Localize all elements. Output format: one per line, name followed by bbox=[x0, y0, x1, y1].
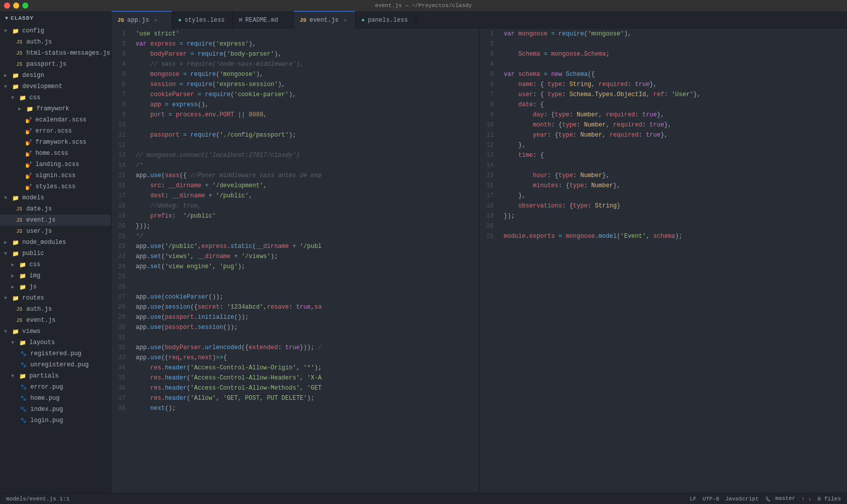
maximize-button[interactable] bbox=[22, 3, 28, 9]
scss-icon: 💅 bbox=[25, 173, 33, 179]
tabs-bar: JS app.js ✕ ● styles.less M README.md JS… bbox=[111, 11, 847, 29]
scss-icon: 💅 bbox=[25, 161, 33, 168]
code-line: 18 observations: {type: String} bbox=[479, 201, 847, 211]
code-line: 37 res.header('Allow', 'GET, POST, PUT D… bbox=[111, 393, 479, 403]
folder-routes[interactable]: ▼ 📁 routes bbox=[0, 292, 111, 304]
code-line: 21*/ bbox=[111, 231, 479, 241]
code-line: 16 minutes: {type: Number}, bbox=[479, 181, 847, 191]
folder-partials[interactable]: ▼ 📁 partials bbox=[0, 370, 111, 382]
folder-development[interactable]: ▼ 📁 development bbox=[0, 81, 111, 92]
file-event-js-active[interactable]: JS event.js bbox=[0, 215, 111, 226]
folder-public-js[interactable]: ▶ 📁 js bbox=[0, 281, 111, 292]
file-ecalendar-scss[interactable]: 💅 ecalendar.scss bbox=[0, 114, 111, 125]
tab-label: README.md bbox=[246, 17, 278, 24]
code-line: 10 bbox=[111, 120, 479, 130]
arrow-icon: ▼ bbox=[4, 28, 12, 34]
code-line: 25 bbox=[111, 272, 479, 282]
folder-framywork[interactable]: ▶ 📁 framywork bbox=[0, 103, 111, 114]
tab-label: styles.less bbox=[185, 17, 225, 24]
code-line: 7 cookieParser = require('cookie-parser'… bbox=[111, 90, 479, 100]
js-icon: JS bbox=[16, 206, 24, 212]
code-line: 34 res.header('Access-Control-Allow-Orig… bbox=[111, 363, 479, 373]
code-line: 4 // sass = require('node-sass-middlewar… bbox=[111, 59, 479, 69]
tab-close-button[interactable]: ✕ bbox=[342, 17, 349, 24]
close-button[interactable] bbox=[4, 3, 10, 9]
code-line: 19}); bbox=[479, 211, 847, 221]
file-home-pug[interactable]: 🐾 home.pug bbox=[0, 393, 111, 404]
folder-css[interactable]: ▼ 📁 css bbox=[0, 92, 111, 103]
tab-label: event.js bbox=[309, 17, 339, 24]
tab-event-js[interactable]: JS event.js ✕ bbox=[294, 11, 355, 29]
arrow-icon: ▼ bbox=[4, 84, 12, 90]
arrow-icon: ▶ bbox=[4, 239, 12, 245]
arrow-icon: ▶ bbox=[11, 273, 19, 279]
file-date-js[interactable]: JS date.js bbox=[0, 203, 111, 215]
file-styles-scss[interactable]: 💅 styles.scss bbox=[0, 181, 111, 192]
file-passport-js[interactable]: JS passport.js bbox=[0, 59, 111, 70]
tab-panels-less[interactable]: ● panels.less bbox=[355, 11, 416, 29]
folder-layouts[interactable]: ▼ 📁 layouts bbox=[0, 337, 111, 348]
code-line: 21module.exports = mongoose.model('Event… bbox=[479, 231, 847, 241]
pug-icon: 🐾 bbox=[20, 362, 28, 368]
statusbar-files: 0 files bbox=[818, 496, 841, 502]
file-auth-js[interactable]: JS auth.js bbox=[0, 36, 111, 48]
code-line: 26 bbox=[111, 282, 479, 292]
file-unregistered-pug[interactable]: 🐾 unregistered.pug bbox=[0, 359, 111, 370]
statusbar: models/event.js 1:1 LF UTF-8 JavaScript … bbox=[0, 493, 847, 504]
scss-icon: 💅 bbox=[25, 139, 33, 146]
code-line: 30app.use(passport.session()); bbox=[111, 322, 479, 332]
pug-icon: 🐾 bbox=[20, 417, 28, 424]
folder-public-img[interactable]: ▶ 📁 img bbox=[0, 270, 111, 281]
scss-icon: 💅 bbox=[25, 117, 33, 123]
file-routes-auth-js[interactable]: JS auth.js bbox=[0, 304, 111, 315]
folder-config[interactable]: ▼ 📁 config bbox=[0, 25, 111, 36]
arrow-icon: ▶ bbox=[11, 262, 19, 268]
code-line: 15app.use(sass({ //Poner middleware sass… bbox=[111, 171, 479, 181]
statusbar-charset: UTF-8 bbox=[703, 496, 719, 502]
folder-models[interactable]: ▼ 📁 models bbox=[0, 192, 111, 203]
file-framywork-scss[interactable]: 💅 framywork.scss bbox=[0, 137, 111, 148]
file-signin-scss[interactable]: 💅 signin.scss bbox=[0, 170, 111, 181]
js-icon: JS bbox=[16, 51, 24, 56]
js-icon: JS bbox=[16, 39, 24, 45]
code-line: 1'use strict' bbox=[111, 29, 479, 39]
code-line: 35 res.header('Access-Control-Allow-Head… bbox=[111, 373, 479, 383]
code-area-right[interactable]: 1var mongoose = require('mongoose'), 2 3… bbox=[479, 29, 847, 493]
file-html-status[interactable]: JS html-status-messages.js bbox=[0, 48, 111, 59]
code-line: 36 res.header('Access-Control-Allow-Meth… bbox=[111, 383, 479, 393]
file-error-pug[interactable]: 🐾 error.pug bbox=[0, 382, 111, 393]
file-routes-event-js[interactable]: JS event.js bbox=[0, 315, 111, 326]
tab-label: app.js bbox=[127, 17, 149, 24]
folder-icon: 📁 bbox=[12, 72, 20, 79]
file-login-pug[interactable]: 🐾 login.pug bbox=[0, 415, 111, 426]
js-file-icon: JS bbox=[117, 17, 124, 23]
tab-close-button[interactable]: ✕ bbox=[152, 17, 159, 24]
tab-app-js[interactable]: JS app.js ✕ bbox=[111, 11, 172, 29]
folder-node-modules[interactable]: ▶ 📁 node_modules bbox=[0, 237, 111, 248]
minimize-button[interactable] bbox=[13, 3, 19, 9]
file-index-pug[interactable]: 🐾 index.pug bbox=[0, 404, 111, 415]
tab-readme-md[interactable]: M README.md bbox=[233, 11, 294, 29]
arrow-icon: ▼ bbox=[4, 296, 12, 301]
file-error-scss[interactable]: 💅 error.scss bbox=[0, 125, 111, 137]
arrow-icon: ▼ bbox=[11, 95, 19, 101]
code-line: 8 app = express(), bbox=[111, 100, 479, 110]
code-line: 10 month: {type: Number, required: true}… bbox=[479, 120, 847, 130]
folder-public-css[interactable]: ▶ 📁 css bbox=[0, 259, 111, 270]
js-icon: JS bbox=[16, 62, 24, 67]
folder-public[interactable]: ▼ 📁 public bbox=[0, 248, 111, 259]
file-landing-scss[interactable]: 💅 landing.scss bbox=[0, 159, 111, 170]
folder-views[interactable]: ▼ 📁 views bbox=[0, 326, 111, 337]
file-home-scss[interactable]: 💅 home.scss bbox=[0, 148, 111, 159]
file-user-js[interactable]: JS user.js bbox=[0, 226, 111, 237]
file-registered-pug[interactable]: 🐾 registered.pug bbox=[0, 348, 111, 359]
tab-styles-less[interactable]: ● styles.less bbox=[172, 11, 233, 29]
folder-icon: 📁 bbox=[19, 373, 27, 380]
code-line: 31 bbox=[111, 332, 479, 343]
code-line: 12 }, bbox=[479, 140, 847, 150]
folder-icon: 📁 bbox=[19, 284, 27, 290]
code-area-left[interactable]: 1'use strict' 2var express = require('ex… bbox=[111, 29, 479, 493]
editors-row: 1'use strict' 2var express = require('ex… bbox=[111, 29, 847, 493]
folder-icon: 📁 bbox=[12, 83, 20, 90]
folder-design[interactable]: ▶ 📁 design bbox=[0, 70, 111, 81]
